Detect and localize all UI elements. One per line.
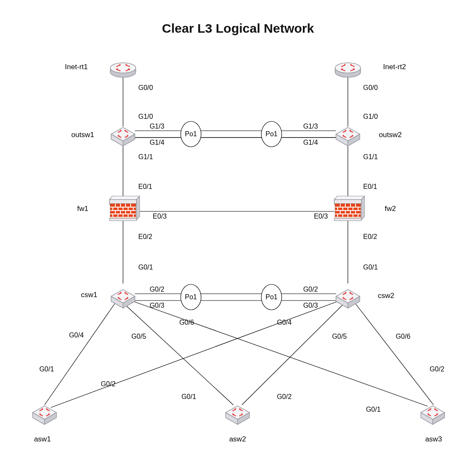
if-label: G0/4 bbox=[277, 319, 292, 326]
if-label: G0/2 bbox=[277, 393, 292, 401]
if-label: G1/3 bbox=[303, 123, 318, 130]
device-label-csw1: csw1 bbox=[81, 291, 98, 299]
if-label: E0/3 bbox=[314, 213, 328, 220]
if-label: G0/1 bbox=[39, 365, 54, 373]
switch-icon bbox=[111, 289, 135, 308]
if-label: G1/3 bbox=[150, 123, 165, 130]
switch-icon bbox=[226, 406, 249, 424]
if-label: G0/6 bbox=[179, 319, 194, 326]
po-label: Po1 bbox=[185, 130, 197, 138]
if-label: G1/0 bbox=[363, 113, 378, 121]
if-label: G0/2 bbox=[150, 286, 165, 293]
if-label: G0/4 bbox=[69, 332, 84, 339]
device-label-fw2: fw2 bbox=[385, 205, 396, 213]
po-label: Po1 bbox=[185, 293, 197, 301]
firewall-icon bbox=[109, 196, 140, 221]
switch-icon bbox=[421, 406, 445, 424]
po-label: Po1 bbox=[266, 293, 277, 301]
if-label: G0/1 bbox=[363, 264, 378, 271]
if-label: G0/3 bbox=[303, 302, 318, 309]
if-label: G0/5 bbox=[132, 333, 146, 340]
if-label: G0/0 bbox=[138, 84, 153, 92]
diagram-canvas: Clear L3 Logical Network bbox=[0, 0, 476, 472]
device-label-asw1: asw1 bbox=[34, 435, 51, 444]
if-label: G0/6 bbox=[396, 333, 411, 340]
svg-line-47 bbox=[51, 301, 338, 407]
if-label: G1/1 bbox=[363, 153, 378, 161]
if-label: E0/1 bbox=[363, 183, 377, 191]
router-icon bbox=[335, 63, 361, 77]
switch-icon bbox=[336, 127, 360, 146]
if-label: G0/3 bbox=[150, 302, 165, 309]
device-label-asw2: asw2 bbox=[229, 435, 246, 444]
switch-icon bbox=[111, 127, 135, 146]
if-label: G1/4 bbox=[150, 139, 165, 146]
svg-line-49 bbox=[355, 303, 434, 405]
if-label: E0/1 bbox=[138, 183, 152, 191]
if-label: G0/1 bbox=[182, 393, 196, 401]
if-label: G0/5 bbox=[332, 333, 347, 340]
firewall-icon bbox=[334, 196, 364, 221]
switch-icon bbox=[336, 289, 360, 308]
if-label: G1/0 bbox=[138, 113, 153, 121]
device-label-outsw2: outsw2 bbox=[379, 131, 402, 139]
if-label: G0/1 bbox=[366, 406, 381, 413]
svg-line-44 bbox=[45, 303, 115, 405]
svg-line-48 bbox=[242, 305, 343, 405]
router-icon bbox=[110, 63, 136, 77]
po-label: Po1 bbox=[266, 130, 277, 138]
if-label: G0/2 bbox=[430, 365, 445, 373]
svg-line-46 bbox=[133, 301, 428, 406]
if-label: G0/0 bbox=[363, 84, 378, 92]
device-label-inet-rt1: Inet-rt1 bbox=[65, 63, 88, 71]
device-label-csw2: csw2 bbox=[378, 292, 395, 300]
if-label: E0/3 bbox=[153, 213, 167, 220]
if-label: G0/2 bbox=[303, 286, 318, 293]
if-label: G0/2 bbox=[101, 380, 116, 388]
device-label-asw3: asw3 bbox=[425, 435, 442, 444]
device-label-outsw1: outsw1 bbox=[71, 131, 94, 139]
if-label: G1/4 bbox=[303, 139, 318, 146]
device-label-fw1: fw1 bbox=[77, 205, 88, 213]
if-label: E0/2 bbox=[138, 233, 152, 241]
device-label-inet-rt2: Inet-rt2 bbox=[383, 63, 406, 71]
if-label: E0/2 bbox=[363, 233, 377, 241]
if-label: G0/1 bbox=[138, 264, 153, 271]
if-label: G1/1 bbox=[138, 153, 153, 161]
switch-icon bbox=[33, 406, 56, 424]
